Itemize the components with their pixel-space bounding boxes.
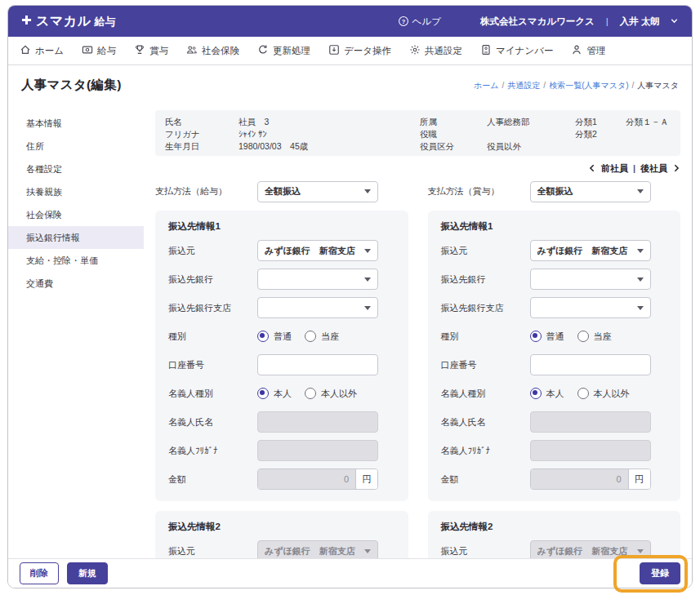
holder-type-option[interactable]: 本人 bbox=[530, 388, 564, 400]
account-type-radio-group: 普通当座 bbox=[257, 331, 339, 343]
radio-icon bbox=[305, 331, 316, 342]
account-type-option[interactable]: 当座 bbox=[577, 331, 612, 343]
payment-method-row-bonus: 支払方法（賞与）全額振込 bbox=[428, 180, 681, 202]
dest-bank-select[interactable] bbox=[530, 269, 651, 290]
page-title: 人事マスタ(編集) bbox=[21, 77, 122, 94]
user-menu[interactable]: 入井 太朗 bbox=[620, 16, 660, 28]
employee-pager: 前社員 | 後社員 bbox=[155, 156, 680, 180]
holder-kana-input bbox=[257, 440, 378, 461]
breadcrumb-link[interactable]: ホーム bbox=[474, 80, 498, 91]
holder-type-radio-group: 本人本人以外 bbox=[530, 388, 630, 400]
transfer-section-salary-2: 振込先情報2振込元みずほ銀行 新宿支店 bbox=[155, 511, 408, 559]
breadcrumb-separator: / bbox=[543, 81, 546, 90]
transfer-source-select[interactable]: みずほ銀行 新宿支店 bbox=[530, 240, 651, 261]
payment-method-salary-select[interactable]: 全額振込 bbox=[257, 181, 378, 202]
radio-icon bbox=[577, 388, 589, 399]
nav-item-label: 共通設定 bbox=[425, 45, 462, 57]
payment-method-bonus-value: 全額振込 bbox=[537, 185, 637, 198]
employee-field: 氏名社員 3 bbox=[165, 117, 420, 127]
nav-item-bonus[interactable]: 賞与 bbox=[134, 44, 168, 57]
sidebar-item-commute[interactable]: 交通費 bbox=[8, 272, 144, 295]
field-row-transfer-source: 振込元みずほ銀行 新宿支店 bbox=[168, 540, 395, 559]
employee-field-label: 役員区分 bbox=[420, 141, 487, 152]
sidebar-item-social-insurance[interactable]: 社会保険 bbox=[8, 203, 144, 226]
nav-item-home[interactable]: ホーム bbox=[20, 44, 64, 57]
holder-type-option[interactable]: 本人以外 bbox=[305, 388, 357, 400]
field-row-account-type: 種別普通当座 bbox=[168, 326, 395, 347]
nav-item-settings[interactable]: 共通設定 bbox=[409, 44, 462, 57]
radio-label: 本人以外 bbox=[594, 388, 630, 400]
nav-item-label: 更新処理 bbox=[273, 45, 310, 57]
field-label: 振込元 bbox=[441, 545, 530, 557]
form-columns: 支払方法（給与）全額振込振込先情報1振込元みずほ銀行 新宿支店振込先銀行振込先銀… bbox=[155, 180, 680, 559]
chevron-left-icon[interactable] bbox=[588, 164, 596, 172]
app-window: スマカル 給与 ? ヘルプ 株式会社スマカルワークス | 入井 太朗 ホーム給与… bbox=[7, 5, 693, 588]
field-row-holder-kana: 名義人ﾌﾘｶﾞﾅ bbox=[441, 440, 668, 461]
data-icon bbox=[328, 44, 340, 57]
field-label: 振込元 bbox=[168, 245, 257, 257]
holder-type-option[interactable]: 本人 bbox=[257, 388, 292, 400]
field-row-transfer-source: 振込元みずほ銀行 新宿支店 bbox=[441, 540, 668, 559]
delete-button[interactable]: 削除 bbox=[20, 562, 59, 584]
mynumber-icon bbox=[480, 44, 492, 57]
sidebar-item-address[interactable]: 住所 bbox=[8, 135, 144, 158]
field-label: 振込元 bbox=[168, 545, 257, 557]
dest-bank-select[interactable] bbox=[257, 269, 378, 290]
payment-method-row-salary: 支払方法（給与）全額振込 bbox=[155, 180, 408, 202]
nav-item-label: 管理 bbox=[586, 45, 605, 57]
app-logo: スマカル 給与 bbox=[21, 13, 116, 30]
field-label: 振込先銀行 bbox=[168, 273, 257, 286]
sidebar-item-various-settings[interactable]: 各種設定 bbox=[8, 158, 144, 180]
account-type-option[interactable]: 普通 bbox=[257, 331, 292, 343]
transfer-source-select[interactable]: みずほ銀行 新宿支店 bbox=[257, 240, 378, 261]
chevron-down-icon bbox=[637, 306, 644, 310]
account-type-option[interactable]: 普通 bbox=[530, 331, 564, 343]
breadcrumb-link[interactable]: 検索一覧(人事マスタ) bbox=[549, 80, 628, 91]
title-row: 人事マスタ(編集) ホーム/共通設定/検索一覧(人事マスタ)/人事マスタ bbox=[8, 65, 692, 105]
transfer-section-salary-1: 振込先情報1振込元みずほ銀行 新宿支店振込先銀行振込先銀行支店種別普通当座口座番… bbox=[155, 211, 408, 501]
field-label: 口座番号 bbox=[441, 359, 530, 371]
breadcrumb-link[interactable]: 共通設定 bbox=[507, 80, 540, 91]
submit-button[interactable]: 登録 bbox=[640, 562, 680, 584]
account-type-option[interactable]: 当座 bbox=[305, 331, 339, 343]
employee-field-label: 分類1 bbox=[575, 117, 626, 127]
holder-kana-input bbox=[530, 440, 651, 461]
holder-type-radio-group: 本人本人以外 bbox=[257, 388, 357, 400]
amount-unit: 円 bbox=[628, 469, 650, 489]
amount-input: 0円 bbox=[257, 468, 378, 490]
holder-type-option[interactable]: 本人以外 bbox=[577, 388, 630, 400]
sidebar-item-basic[interactable]: 基本情報 bbox=[8, 112, 144, 135]
dest-branch-select[interactable] bbox=[530, 297, 651, 318]
section-title: 振込先情報2 bbox=[168, 521, 395, 533]
nav-item-mynumber[interactable]: マイナンバー bbox=[480, 44, 553, 57]
header-divider: | bbox=[606, 16, 609, 26]
help-button[interactable]: ? ヘルプ bbox=[398, 16, 441, 28]
nav-item-data[interactable]: データ操作 bbox=[328, 44, 391, 57]
chevron-down-icon[interactable] bbox=[667, 16, 679, 27]
employee-field-value: 社員 3 bbox=[239, 117, 269, 127]
sidebar-item-bank-transfer[interactable]: 振込銀行情報 bbox=[8, 226, 144, 249]
field-label: 金額 bbox=[168, 473, 257, 486]
chevron-down-icon bbox=[364, 278, 371, 282]
prev-employee-link[interactable]: 前社員 bbox=[601, 162, 628, 175]
account-number-input[interactable] bbox=[257, 354, 378, 375]
dest-branch-select[interactable] bbox=[257, 297, 378, 318]
transfer-source-select: みずほ銀行 新宿支店 bbox=[530, 540, 651, 559]
chevron-right-icon[interactable] bbox=[672, 164, 680, 172]
employee-field: 生年月日1980/03/03 45歳 bbox=[165, 141, 420, 152]
employee-field-value: ｼｬｲﾝ ｻﾝ bbox=[239, 129, 266, 140]
nav-item-admin[interactable]: 管理 bbox=[571, 44, 605, 57]
nav-item-insurance[interactable]: 社会保険 bbox=[186, 44, 239, 57]
employee-col-3: 分類1分類１－Ａ分類2 bbox=[575, 117, 680, 149]
payment-method-bonus-select[interactable]: 全額振込 bbox=[530, 181, 651, 202]
new-button[interactable]: 新規 bbox=[67, 562, 108, 584]
field-label: 口座番号 bbox=[168, 359, 257, 371]
section-title: 振込先情報1 bbox=[168, 220, 395, 233]
nav-item-payroll[interactable]: 給与 bbox=[82, 44, 116, 57]
account-number-input[interactable] bbox=[530, 354, 651, 375]
sidebar-item-dependents[interactable]: 扶養親族 bbox=[8, 180, 144, 203]
nav-item-update[interactable]: 更新処理 bbox=[257, 44, 310, 57]
sidebar-item-pay-deduct-unit[interactable]: 支給・控除・単価 bbox=[8, 249, 144, 272]
employee-field-label: 生年月日 bbox=[165, 141, 239, 152]
next-employee-link[interactable]: 後社員 bbox=[640, 162, 667, 175]
